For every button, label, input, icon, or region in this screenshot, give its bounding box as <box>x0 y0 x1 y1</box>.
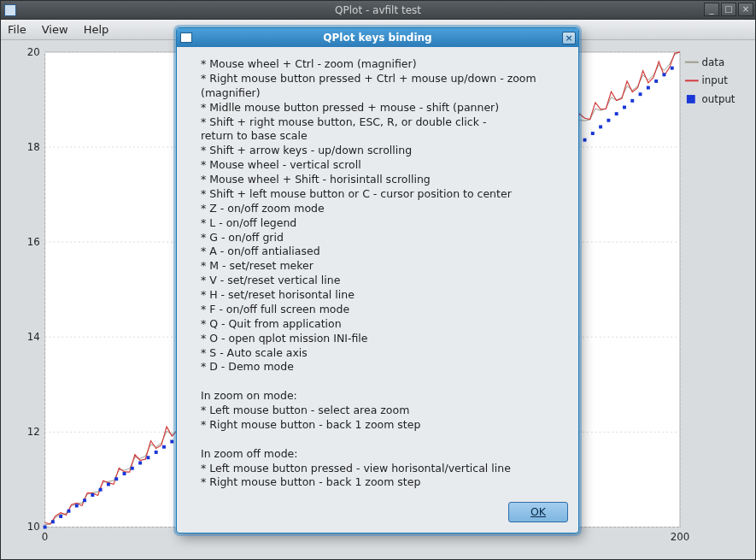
dialog-title: QPlot keys binding <box>323 32 431 44</box>
svg-text:12: 12 <box>27 426 40 438</box>
svg-rect-95 <box>662 73 665 76</box>
svg-rect-90 <box>623 106 626 109</box>
titlebar: QPlot - avfilt test _ □ × <box>1 1 755 20</box>
svg-text:input: input <box>702 74 729 86</box>
svg-rect-87 <box>599 125 602 128</box>
menu-help[interactable]: Help <box>84 23 109 36</box>
svg-rect-19 <box>59 515 62 518</box>
svg-rect-88 <box>607 119 610 122</box>
svg-text:0: 0 <box>42 531 49 543</box>
svg-rect-96 <box>671 67 674 70</box>
app-icon <box>4 4 16 16</box>
dialog-actions: OK <box>177 497 578 533</box>
dialog-icon <box>180 32 192 43</box>
svg-text:14: 14 <box>27 331 40 343</box>
svg-rect-33 <box>170 440 173 444</box>
ok-button[interactable]: OK <box>508 502 568 522</box>
svg-text:20: 20 <box>27 47 40 58</box>
svg-rect-30 <box>146 456 149 459</box>
window-controls: _ □ × <box>704 3 753 16</box>
svg-text:output: output <box>702 93 735 105</box>
svg-rect-101 <box>687 95 695 103</box>
dialog-titlebar: QPlot keys binding × <box>177 28 578 47</box>
svg-rect-92 <box>639 92 642 96</box>
svg-rect-86 <box>591 132 595 135</box>
svg-rect-91 <box>630 99 634 103</box>
close-button[interactable]: × <box>738 3 753 16</box>
svg-rect-93 <box>647 86 650 90</box>
dialog-close-button[interactable]: × <box>562 32 576 44</box>
svg-rect-23 <box>91 493 94 497</box>
svg-rect-21 <box>75 504 79 508</box>
svg-text:10: 10 <box>27 521 40 533</box>
svg-rect-25 <box>107 483 110 486</box>
svg-text:18: 18 <box>27 141 40 153</box>
svg-text:16: 16 <box>27 236 40 248</box>
keybindings-dialog: QPlot keys binding × * Mouse wheel + Ctr… <box>176 27 579 533</box>
svg-rect-85 <box>583 139 587 142</box>
svg-rect-94 <box>654 80 658 83</box>
window-title: QPlot - avfilt test <box>335 4 421 16</box>
svg-rect-17 <box>44 526 47 529</box>
svg-rect-32 <box>162 445 166 449</box>
minimize-button[interactable]: _ <box>704 3 719 16</box>
svg-rect-27 <box>123 472 126 475</box>
menu-view[interactable]: View <box>42 23 68 36</box>
menu-file[interactable]: File <box>8 23 26 36</box>
svg-rect-24 <box>99 488 103 492</box>
svg-rect-22 <box>83 498 86 502</box>
dialog-body: * Mouse wheel + Ctrl - zoom (magnifier) … <box>177 47 578 497</box>
svg-rect-89 <box>615 112 618 115</box>
svg-rect-29 <box>138 462 142 465</box>
svg-rect-26 <box>114 477 118 480</box>
svg-rect-31 <box>155 451 158 454</box>
svg-text:200: 200 <box>671 531 690 543</box>
svg-rect-20 <box>67 510 71 513</box>
svg-rect-18 <box>51 520 55 523</box>
maximize-button[interactable]: □ <box>721 3 736 16</box>
svg-text:data: data <box>702 56 725 68</box>
svg-rect-28 <box>131 467 134 470</box>
